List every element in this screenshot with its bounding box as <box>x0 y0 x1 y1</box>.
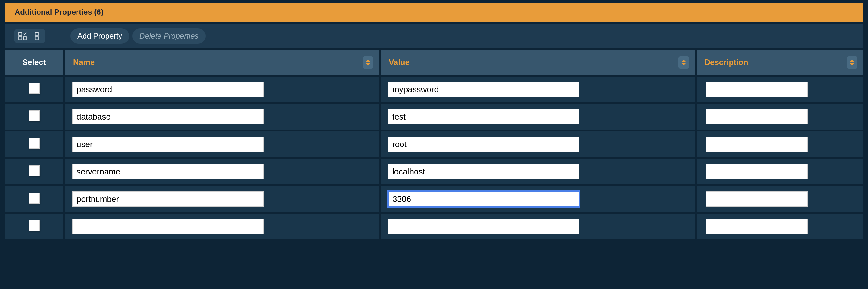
name-cell <box>64 213 380 240</box>
row-checkbox[interactable] <box>29 138 39 149</box>
column-label: Select <box>22 58 46 67</box>
row-checkbox[interactable] <box>29 193 39 203</box>
select-all-icon[interactable] <box>16 30 30 42</box>
description-input[interactable] <box>706 192 808 207</box>
column-label: Name <box>73 58 95 67</box>
table-row <box>4 131 864 158</box>
column-header-value[interactable]: Value <box>380 49 696 76</box>
sort-icon[interactable] <box>678 56 689 68</box>
svg-rect-3 <box>35 32 38 35</box>
name-cell <box>64 185 380 213</box>
name-cell <box>64 76 380 103</box>
column-header-description[interactable]: Description <box>696 49 864 76</box>
select-cell <box>4 158 64 185</box>
sort-icon[interactable] <box>363 56 373 68</box>
table-row <box>4 213 864 240</box>
name-input[interactable] <box>72 192 264 207</box>
name-input[interactable] <box>72 109 264 124</box>
description-cell <box>696 103 864 131</box>
value-input[interactable] <box>388 164 580 179</box>
name-input[interactable] <box>72 219 264 234</box>
select-cell <box>4 103 64 131</box>
value-cell <box>380 213 696 240</box>
column-label: Value <box>389 58 409 67</box>
name-input[interactable] <box>72 82 264 97</box>
description-cell <box>696 131 864 158</box>
select-cell <box>4 131 64 158</box>
row-checkbox[interactable] <box>29 83 39 94</box>
value-input[interactable] <box>388 109 580 124</box>
view-toggle-group <box>14 29 45 43</box>
add-property-button[interactable]: Add Property <box>70 28 129 44</box>
svg-rect-1 <box>19 37 22 39</box>
svg-rect-4 <box>35 37 38 39</box>
panel-title: Additional Properties (6) <box>4 3 864 23</box>
row-checkbox[interactable] <box>29 165 39 176</box>
description-input[interactable] <box>706 137 808 152</box>
value-cell <box>380 103 696 131</box>
description-cell <box>696 76 864 103</box>
table-row <box>4 185 864 213</box>
svg-rect-0 <box>19 32 22 35</box>
description-input[interactable] <box>706 109 808 124</box>
value-input[interactable] <box>388 137 580 152</box>
value-cell <box>380 76 696 103</box>
properties-table: Select Name Value Description <box>4 49 864 240</box>
select-cell <box>4 76 64 103</box>
column-header-name[interactable]: Name <box>64 49 380 76</box>
description-input[interactable] <box>706 82 808 97</box>
select-cell <box>4 185 64 213</box>
value-cell <box>380 185 696 213</box>
row-checkbox[interactable] <box>29 110 39 121</box>
value-input[interactable] <box>388 192 580 207</box>
description-input[interactable] <box>706 219 808 234</box>
description-cell <box>696 213 864 240</box>
sort-icon[interactable] <box>847 56 858 68</box>
table-row <box>4 103 864 131</box>
description-input[interactable] <box>706 164 808 179</box>
column-label: Description <box>705 58 748 67</box>
name-input[interactable] <box>72 137 264 152</box>
select-cell <box>4 213 64 240</box>
row-checkbox[interactable] <box>29 220 39 231</box>
table-row <box>4 76 864 103</box>
svg-rect-2 <box>23 37 26 39</box>
name-cell <box>64 158 380 185</box>
description-cell <box>696 158 864 185</box>
toolbar: Add Property Delete Properties <box>4 23 864 49</box>
delete-properties-button[interactable]: Delete Properties <box>132 28 205 44</box>
additional-properties-panel: Additional Properties (6) Add Property D… <box>3 2 865 241</box>
deselect-all-icon[interactable] <box>30 30 44 42</box>
table-row <box>4 158 864 185</box>
name-input[interactable] <box>72 164 264 179</box>
value-cell <box>380 158 696 185</box>
description-cell <box>696 185 864 213</box>
column-header-select: Select <box>4 49 64 76</box>
value-input[interactable] <box>388 219 580 234</box>
name-cell <box>64 131 380 158</box>
name-cell <box>64 103 380 131</box>
value-cell <box>380 131 696 158</box>
value-input[interactable] <box>388 82 580 97</box>
